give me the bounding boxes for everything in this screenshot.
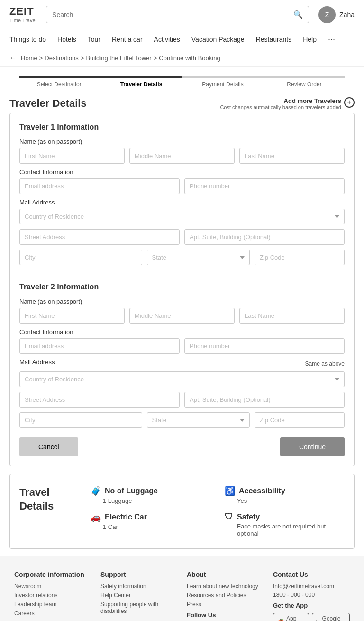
travel-details-grid: 🧳 No of Luggage 1 Luggage ♿ Accessibilit… xyxy=(91,486,345,537)
nav-rent-a-car[interactable]: Rent a car xyxy=(112,36,143,43)
nav-restaurants[interactable]: Restaurants xyxy=(256,36,291,43)
traveler2-state[interactable]: State xyxy=(147,412,250,428)
traveler2-mail-label: Mail Address xyxy=(19,359,55,366)
traveler2-city[interactable] xyxy=(19,412,142,428)
footer-leadership[interactable]: Leadership team xyxy=(14,601,91,608)
luggage-header: 🧳 No of Luggage xyxy=(91,486,210,496)
accessibility-item: ♿ Accessibility Yes xyxy=(225,486,345,504)
nav-hotels[interactable]: Hotels xyxy=(57,36,76,43)
traveler2-apt[interactable] xyxy=(184,392,345,408)
breadcrumb-continue: Continue with Booking xyxy=(159,55,220,62)
traveler1-state[interactable]: State xyxy=(147,250,250,265)
nav-vacation-package[interactable]: Vacation Package xyxy=(191,36,245,43)
footer-phone: 1800 - 000 - 000 xyxy=(273,592,350,598)
nav-more-icon[interactable]: ··· xyxy=(328,34,335,44)
accessibility-header: ♿ Accessibility xyxy=(225,486,345,496)
search-input[interactable] xyxy=(52,11,290,19)
safety-icon: 🛡 xyxy=(225,512,233,522)
traveler1-phone[interactable] xyxy=(184,178,345,194)
traveler2-zip[interactable] xyxy=(255,412,345,428)
get-app-label: Get the App xyxy=(273,602,350,609)
traveler1-section: Traveler 1 Information Name (as on passp… xyxy=(19,123,345,265)
traveler2-title: Traveler 2 Information xyxy=(19,283,345,291)
back-arrow-icon[interactable]: ← xyxy=(9,54,16,62)
add-travelers-text: Add more Travelers Cost changes autmatic… xyxy=(220,97,341,110)
same-as-above[interactable]: Same as above xyxy=(305,361,345,367)
electric-car-label: Electric Car xyxy=(105,513,147,521)
step1-label: Select Destination xyxy=(37,81,83,88)
traveler2-email[interactable] xyxy=(19,338,180,354)
luggage-label: No of Luggage xyxy=(105,487,158,495)
footer-help-center[interactable]: Help Center xyxy=(100,592,177,599)
logo-name: ZEIT xyxy=(9,6,36,17)
footer-resources[interactable]: Resources and Policies xyxy=(187,592,264,599)
electric-car-header: 🚗 Electric Car xyxy=(91,512,210,522)
accessibility-label: Accessibility xyxy=(239,487,285,495)
nav-things-to-do[interactable]: Things to do xyxy=(9,36,46,43)
breadcrumb-eiffel-tower[interactable]: Building the Eiffel Tower xyxy=(86,55,151,62)
traveler1-last-name[interactable] xyxy=(239,148,345,164)
traveler1-name-label: Name (as on passport) xyxy=(19,138,345,145)
accessibility-value: Yes xyxy=(225,497,345,504)
section-divider xyxy=(19,275,345,275)
traveler1-middle-name[interactable] xyxy=(129,148,235,164)
google-play-badge[interactable]: ▶ Google Play xyxy=(312,613,350,621)
footer-disabilities[interactable]: Supporting people with disabilities xyxy=(100,601,177,614)
step-traveler-details: Traveler Details xyxy=(100,76,182,88)
nav-activities[interactable]: Activities xyxy=(154,36,180,43)
footer-press[interactable]: Press xyxy=(187,601,264,608)
footer-safety-info[interactable]: Safety information xyxy=(100,583,177,590)
cancel-button[interactable]: Cancel xyxy=(19,437,78,456)
traveler1-street-row xyxy=(19,229,345,245)
app-store-label: App Store xyxy=(286,615,305,621)
luggage-value: 1 Luggage xyxy=(91,497,210,504)
footer: Corporate information Newsroom Investor … xyxy=(0,556,364,621)
traveler1-email[interactable] xyxy=(19,178,180,194)
step1-line xyxy=(19,76,100,78)
nav: Things to do Hotels Tour Rent a car Acti… xyxy=(0,29,364,49)
traveler2-middle-name[interactable] xyxy=(129,308,235,324)
footer-careers[interactable]: Careers xyxy=(14,610,91,617)
nav-help[interactable]: Help xyxy=(303,36,317,43)
continue-button[interactable]: Continue xyxy=(280,437,345,456)
avatar: Z xyxy=(318,6,336,23)
traveler1-country[interactable]: Country of Residence xyxy=(19,209,345,224)
breadcrumb-destinations[interactable]: Destinations xyxy=(45,55,79,62)
traveler1-street[interactable] xyxy=(19,229,180,245)
add-travelers-title: Add more Travelers xyxy=(220,97,341,104)
footer-support-title: Support xyxy=(100,571,177,578)
add-travelers-sub: Cost changes autmatically based on trave… xyxy=(220,104,341,110)
electric-car-item: 🚗 Electric Car 1 Car xyxy=(91,512,210,537)
step4-label: Review Order xyxy=(287,81,321,88)
traveler1-mail-label: Mail Address xyxy=(19,199,345,206)
traveler1-first-name[interactable] xyxy=(19,148,125,164)
traveler1-city[interactable] xyxy=(19,250,142,265)
traveler2-first-name[interactable] xyxy=(19,308,125,324)
nav-tour[interactable]: Tour xyxy=(88,36,100,43)
traveler2-mail-header: Mail Address Same as above xyxy=(19,359,345,369)
app-store-badge[interactable]: 🍎 App Store xyxy=(273,613,309,621)
traveler2-street[interactable] xyxy=(19,392,180,408)
add-traveler-button[interactable]: + xyxy=(344,97,355,108)
footer-investor[interactable]: Investor relations xyxy=(14,592,91,599)
header: ZEIT Time Travel 🔍 Z Zaha xyxy=(0,0,364,29)
breadcrumb-home[interactable]: Home xyxy=(21,55,37,62)
search-bar[interactable]: 🔍 xyxy=(46,6,309,23)
traveler1-apt[interactable] xyxy=(184,229,345,245)
traveler2-last-name[interactable] xyxy=(239,308,345,324)
add-travelers[interactable]: Add more Travelers Cost changes autmatic… xyxy=(220,97,355,110)
footer-corporate-title: Corporate information xyxy=(14,571,91,578)
app-badges: 🍎 App Store ▶ Google Play xyxy=(273,613,350,621)
traveler1-zip[interactable] xyxy=(255,250,345,265)
footer-about-title: About xyxy=(187,571,264,578)
traveler2-country[interactable]: Country of Residence xyxy=(19,371,345,387)
step-select-destination: Select Destination xyxy=(19,76,100,88)
travel-details-title: Travel Details xyxy=(19,486,81,513)
traveler2-phone[interactable] xyxy=(184,338,345,354)
progress-steps: Select Destination Traveler Details Paym… xyxy=(0,67,364,93)
footer-learn[interactable]: Learn about new technology xyxy=(187,583,264,590)
footer-newsroom[interactable]: Newsroom xyxy=(14,583,91,590)
google-play-icon: ▶ xyxy=(316,619,320,621)
traveler2-contact-label: Contact Information xyxy=(19,328,345,335)
traveler2-name-label: Name (as on passport) xyxy=(19,298,345,305)
